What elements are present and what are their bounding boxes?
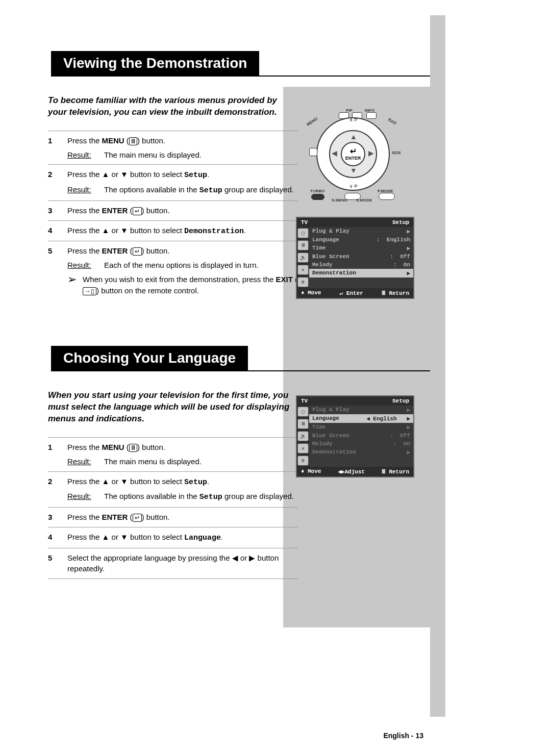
right-arrow-icon: ▶: [368, 149, 374, 157]
osd-icon: Ⅲ: [297, 419, 309, 429]
step: 3 Press the ENTER (↵) button.: [48, 201, 298, 221]
exit-button-label: EXIT: [387, 117, 397, 127]
step: 4 Press the ▲ or ▼ button to select Demo…: [48, 221, 298, 242]
page-edge-sidebar: [430, 15, 445, 717]
step: 4 Press the ▲ or ▼ button to select Lang…: [48, 527, 298, 548]
section-intro: To become familiar with the various menu…: [48, 95, 298, 118]
menu-button-label: MENU: [306, 116, 318, 127]
osd-icon: ▢: [297, 407, 309, 417]
steps-list-1: 1 Press the MENU (Ⅲ) button. Result:The …: [48, 131, 298, 300]
osd-icon: ▢: [297, 228, 309, 238]
exit-icon: →▯: [83, 287, 96, 295]
osd-row: Time▶: [309, 423, 413, 432]
osd-icon: ✕: [297, 265, 309, 275]
osd-icon: 🔊: [297, 253, 309, 263]
section-header-language: Choosing Your Language: [36, 346, 430, 370]
osd-row: Melody: On: [309, 261, 413, 269]
step: 1 Press the MENU (Ⅲ) button. Result:The …: [48, 438, 298, 472]
menu-icon: Ⅲ: [129, 444, 137, 452]
section-title: Viewing the Demonstration: [51, 51, 259, 75]
section-header-demonstration: Viewing the Demonstration: [36, 51, 430, 75]
osd-row: Blue Screen: Off: [309, 432, 413, 440]
section-intro: When you start using your television for…: [48, 390, 298, 425]
steps-list-2: 1 Press the MENU (Ⅲ) button. Result:The …: [48, 437, 298, 579]
osd-icon: ⚙: [297, 456, 309, 466]
osd-row: Language◀ English ▶: [309, 414, 413, 423]
enter-icon: ↵: [133, 207, 142, 215]
osd-setup-language: TVSetup ▢ Ⅲ 🔊 ✕ ⚙ Plug & Play▶Language◀ …: [296, 395, 414, 477]
osd-setup-demonstration: TVSetup ▢ Ⅲ 🔊 ✕ ⚙ Plug & Play▶Language: …: [296, 217, 414, 299]
down-arrow-icon: ▼: [350, 166, 357, 174]
osd-row: Plug & Play▶: [309, 406, 413, 414]
up-arrow-icon: ▲: [350, 133, 357, 141]
osd-row: Time▶: [309, 244, 413, 253]
step: 2 Press the ▲ or ▼ button to select Setu…: [48, 472, 298, 508]
osd-icon: Ⅲ: [297, 240, 309, 250]
left-arrow-icon: ◀: [332, 149, 337, 157]
menu-icon: Ⅲ: [129, 137, 137, 145]
note-arrow-icon: ➢: [67, 274, 83, 285]
osd-row: Plug & Play▶: [309, 227, 413, 236]
osd-row: Demonstration▶: [309, 448, 413, 457]
step: 3 Press the ENTER (↵) button.: [48, 508, 298, 527]
step: 2 Press the ▲ or ▼ button to select Setu…: [48, 165, 298, 201]
step: 1 Press the MENU (Ⅲ) button. Result:The …: [48, 131, 298, 165]
enter-icon: ↵: [133, 247, 142, 256]
osd-icon: 🔊: [297, 431, 309, 441]
page-footer: English - 13: [383, 732, 423, 740]
section-title: Choosing Your Language: [51, 346, 248, 370]
enter-icon: ↵: [133, 514, 142, 522]
remote-control-illustration: PIP INFO MENU EXIT ∧ P ▲ ▼ ◀ ▶ ↵ENTER SI…: [301, 107, 403, 204]
osd-row: Blue Screen: Off: [309, 253, 413, 261]
step: 5 Press the ENTER (↵) button. Result:Eac…: [48, 241, 298, 300]
osd-icon: ⚙: [297, 277, 309, 287]
step: 5 Select the appropriate language by pre…: [48, 548, 298, 579]
osd-row: Melody: On: [309, 440, 413, 448]
osd-row: Language: English: [309, 236, 413, 244]
enter-button: ↵ENTER: [341, 142, 365, 166]
osd-row: Demonstration▶: [309, 269, 413, 278]
osd-icon: ✕: [297, 443, 309, 453]
